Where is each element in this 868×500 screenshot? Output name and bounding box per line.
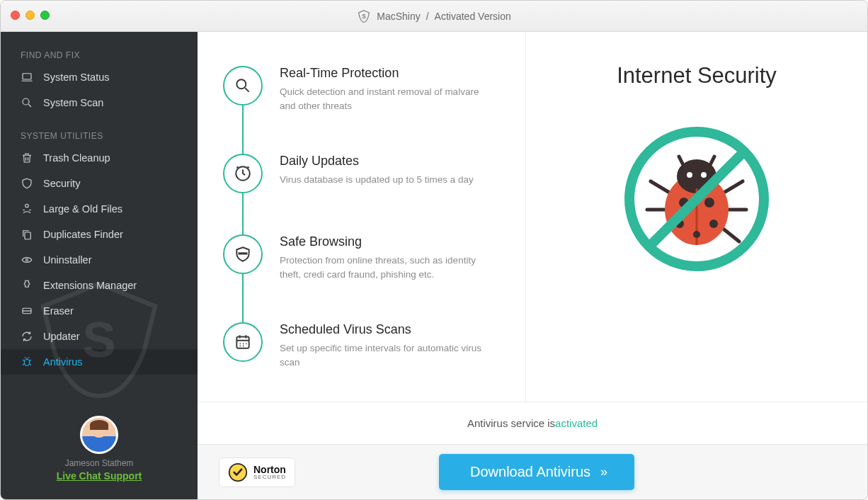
feature-title: Daily Updates — [280, 154, 474, 169]
feature-title: Safe Browsing — [280, 234, 492, 249]
bug-icon — [21, 356, 33, 368]
svg-point-5 — [26, 259, 28, 261]
download-antivirus-button[interactable]: Download Antivirus » — [439, 454, 634, 490]
feature-desc: Virus database is updated up to 5 times … — [280, 173, 474, 187]
app-name: MacShiny — [377, 11, 420, 22]
feature-daily-updates: Daily Updates Virus database is updated … — [223, 154, 500, 193]
sidebar-item-label: Updater — [43, 331, 80, 342]
shield-badge-icon — [223, 234, 263, 274]
copy-icon — [21, 228, 33, 241]
close-window-button[interactable] — [11, 11, 20, 20]
sidebar-item-label: Duplicates Finder — [43, 229, 123, 240]
window-controls — [11, 11, 50, 20]
activation-status: Activated Version — [435, 11, 511, 22]
svg-point-20 — [709, 220, 718, 228]
main-content: Real-Time Protection Quick detection and… — [198, 32, 867, 499]
feature-real-time-protection: Real-Time Protection Quick detection and… — [223, 66, 500, 113]
support-avatar — [80, 416, 118, 454]
laptop-icon — [21, 71, 33, 84]
app-window: S MacShiny / Activated Version FIND AND … — [0, 0, 868, 500]
feature-safe-browsing: Safe Browsing Protection from online thr… — [223, 234, 500, 281]
connector-line — [242, 86, 244, 348]
feature-title: Real-Time Protection — [280, 66, 492, 81]
sidebar-item-updater[interactable]: Updater — [1, 324, 198, 349]
title-separator: / — [426, 11, 429, 22]
sidebar-item-label: System Scan — [43, 97, 103, 108]
no-bug-illustration — [619, 121, 775, 277]
sidebar-item-security[interactable]: Security — [1, 171, 198, 196]
norton-secured-badge: Norton SECURED — [219, 458, 295, 487]
magnifier-icon — [223, 66, 263, 106]
sidebar-item-label: Extensions Manager — [43, 280, 137, 291]
sidebar-item-duplicates-finder[interactable]: Duplicates Finder — [1, 222, 198, 247]
maximize-window-button[interactable] — [40, 11, 50, 20]
sidebar: FIND AND FIX System Status System Scan S… — [1, 32, 198, 499]
sidebar-item-system-scan[interactable]: System Scan — [1, 90, 198, 115]
uninstall-icon — [21, 254, 33, 266]
svg-rect-1 — [23, 74, 31, 79]
sidebar-item-antivirus[interactable]: Antivirus — [1, 349, 198, 375]
norton-tag: SECURED — [253, 475, 286, 480]
sidebar-item-uninstaller[interactable]: Uninstaller — [1, 247, 198, 273]
norton-brand: Norton — [253, 465, 286, 475]
sidebar-item-label: Security — [43, 178, 80, 189]
sidebar-item-label: System Status — [43, 72, 109, 83]
eraser-icon — [21, 305, 33, 317]
sidebar-item-label: Eraser — [43, 305, 74, 317]
status-value: activated — [555, 417, 598, 429]
svg-point-2 — [23, 98, 29, 105]
sidebar-item-label: Uninstaller — [43, 254, 92, 266]
norton-checkmark-icon — [228, 462, 248, 482]
refresh-icon — [21, 330, 33, 343]
title-text: S MacShiny / Activated Version — [357, 9, 511, 23]
sidebar-item-label: Antivirus — [43, 356, 83, 368]
feature-scheduled-scans: Scheduled Virus Scans Set up specific ti… — [223, 322, 500, 369]
sidebar-item-eraser[interactable]: Eraser — [1, 298, 198, 324]
svg-text:S: S — [362, 12, 366, 19]
calendar-icon — [223, 322, 263, 362]
sidebar-item-large-old-files[interactable]: Large & Old Files — [1, 196, 198, 222]
page-heading: Internet Security — [617, 63, 777, 89]
feature-title: Scheduled Virus Scans — [280, 322, 492, 337]
sidebar-footer: Jameson Stathem Live Chat Support — [1, 416, 198, 499]
sidebar-item-extensions-manager[interactable]: Extensions Manager — [1, 273, 198, 298]
svg-point-3 — [25, 204, 29, 208]
sidebar-item-label: Large & Old Files — [43, 203, 122, 215]
clock-icon — [223, 154, 263, 193]
sidebar-item-system-status[interactable]: System Status — [1, 64, 198, 90]
right-pane: Internet Security — [526, 32, 867, 402]
files-icon — [21, 203, 33, 215]
status-prefix: Antivirus service is — [467, 417, 555, 429]
search-icon — [21, 96, 33, 109]
svg-point-15 — [687, 172, 692, 178]
feature-desc: Quick detection and instant removal of m… — [280, 85, 492, 113]
minimize-window-button[interactable] — [25, 11, 35, 20]
app-logo-icon: S — [357, 9, 371, 23]
svg-rect-4 — [25, 232, 30, 239]
svg-point-16 — [701, 172, 707, 178]
titlebar: S MacShiny / Activated Version — [1, 1, 867, 32]
svg-point-7 — [24, 359, 30, 365]
download-label: Download Antivirus — [470, 464, 590, 480]
support-agent-name: Jameson Stathem — [1, 458, 198, 468]
sidebar-section-system-utilities: SYSTEM UTILITIES — [1, 115, 198, 145]
status-bar: Antivirus service is activated — [198, 402, 867, 444]
svg-point-9 — [236, 79, 246, 89]
features-list: Real-Time Protection Quick detection and… — [198, 32, 526, 402]
shield-icon — [21, 177, 33, 190]
svg-point-18 — [704, 198, 714, 208]
sidebar-item-trash-cleanup[interactable]: Trash Cleanup — [1, 145, 198, 171]
live-chat-support-link[interactable]: Live Chat Support — [57, 470, 142, 482]
sidebar-item-label: Trash Cleanup — [43, 152, 110, 164]
svg-point-21 — [693, 231, 700, 238]
sidebar-section-find-fix: FIND AND FIX — [1, 32, 198, 64]
trash-icon — [21, 152, 33, 164]
feature-desc: Protection from online threats, such as … — [280, 254, 492, 281]
feature-desc: Set up specific time intervals for autom… — [280, 341, 492, 369]
chevron-right-icon: » — [600, 465, 603, 479]
puzzle-icon — [21, 279, 33, 292]
bottom-bar: Norton SECURED Download Antivirus » — [198, 444, 867, 499]
